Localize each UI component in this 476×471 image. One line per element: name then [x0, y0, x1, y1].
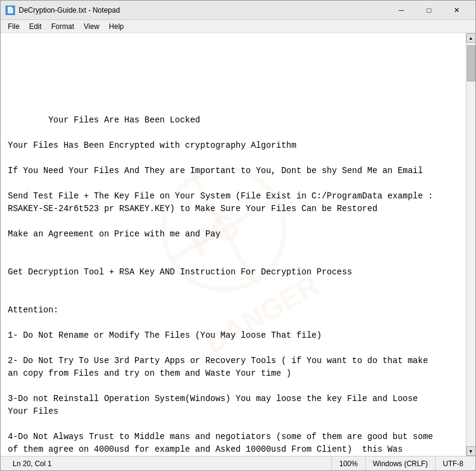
window-title: DeCryption-Guide.txt - Notepad: [19, 6, 387, 14]
menu-edit[interactable]: Edit: [24, 21, 46, 32]
scroll-up-button[interactable]: ▲: [466, 33, 476, 43]
status-line-ending: Windows (CRLF): [366, 457, 436, 470]
menu-file[interactable]: File: [3, 21, 24, 32]
status-position: Ln 20, Col 1: [5, 457, 332, 470]
notepad-window: 📄 DeCryption-Guide.txt - Notepad ─ □ ✕ F…: [0, 0, 476, 471]
menu-view[interactable]: View: [79, 21, 104, 32]
app-icon: 📄: [5, 5, 15, 15]
encoding: UTF-8: [443, 460, 463, 468]
menu-format[interactable]: Format: [46, 21, 79, 32]
line-ending: Windows (CRLF): [373, 460, 428, 468]
status-zoom: 100%: [332, 457, 366, 470]
cursor-position: Ln 20, Col 1: [13, 460, 52, 468]
editor-area: PC DANGER Your Files Are Has Been Locked…: [1, 33, 475, 456]
menu-help[interactable]: Help: [104, 21, 129, 32]
maximize-button[interactable]: □: [415, 1, 443, 20]
vertical-scrollbar[interactable]: ▲ ▼: [466, 33, 475, 456]
status-bar: Ln 20, Col 1 100% Windows (CRLF) UTF-8: [1, 456, 475, 470]
window-controls: ─ □ ✕: [387, 1, 471, 20]
menu-bar: File Edit Format View Help: [1, 20, 475, 33]
document-text: Your Files Are Has Been Locked Your File…: [8, 115, 433, 456]
text-editor[interactable]: PC DANGER Your Files Are Has Been Locked…: [1, 33, 466, 456]
scroll-down-button[interactable]: ▼: [466, 446, 476, 456]
scrollbar-track-area[interactable]: [466, 43, 475, 446]
zoom-level: 100%: [339, 460, 358, 468]
title-bar: 📄 DeCryption-Guide.txt - Notepad ─ □ ✕: [1, 1, 475, 20]
scrollbar-thumb[interactable]: [467, 45, 475, 81]
document-content: Your Files Are Has Been Locked Your File…: [8, 101, 459, 456]
status-encoding: UTF-8: [436, 457, 471, 470]
minimize-button[interactable]: ─: [387, 1, 415, 20]
close-button[interactable]: ✕: [443, 1, 471, 20]
